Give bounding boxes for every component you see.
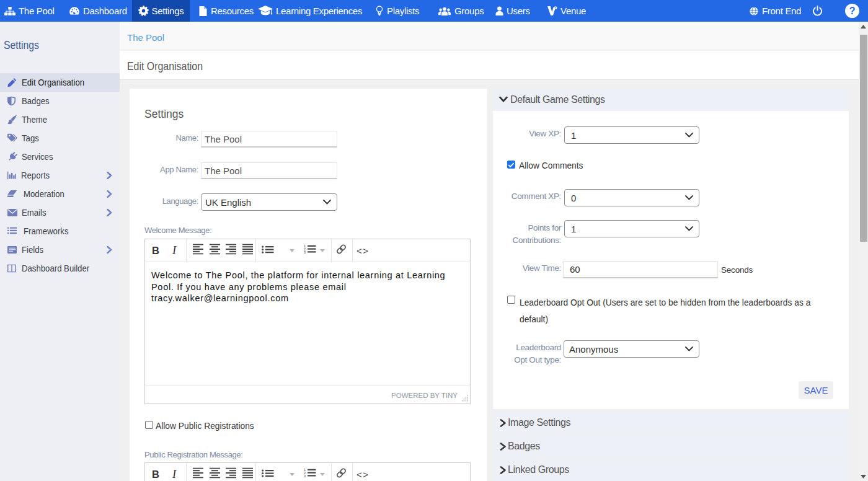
svg-text:3: 3	[304, 474, 306, 478]
svg-text:3: 3	[304, 250, 306, 254]
svg-text:?: ?	[849, 6, 855, 16]
